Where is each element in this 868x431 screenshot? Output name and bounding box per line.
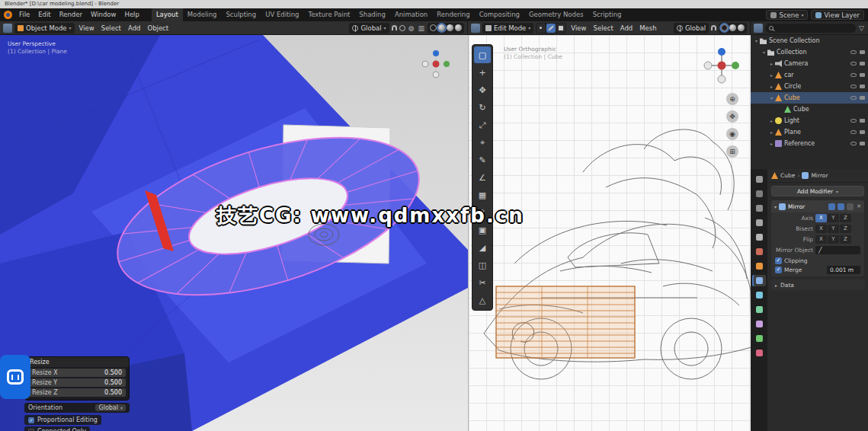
navigation-gizmo[interactable] <box>419 47 453 81</box>
wireframe-shading-icon[interactable] <box>721 24 728 31</box>
disclosure-arrow[interactable]: ▾ <box>761 49 767 55</box>
overlays-icon[interactable]: ◍ <box>408 23 415 34</box>
properties-tab-object[interactable] <box>752 260 766 272</box>
tool-scale[interactable]: ⤢ <box>474 117 491 133</box>
operator-panel-title[interactable]: Resize <box>25 357 129 367</box>
modifier-name-field[interactable]: Mirror <box>788 203 826 210</box>
display-edit-toggle[interactable] <box>828 203 835 210</box>
menu-select[interactable]: Select <box>591 24 616 32</box>
display-render-toggle[interactable] <box>847 203 854 210</box>
properties-tab-constraints[interactable] <box>752 318 766 330</box>
resize-y-field[interactable]: Resize Y 0.500 <box>28 378 126 387</box>
scene-selector[interactable]: Scene ▾ <box>766 10 808 20</box>
filter-icon[interactable]: ▽ <box>858 23 865 34</box>
outliner-row[interactable]: ▸ Reference <box>751 138 868 149</box>
outliner-row-selected[interactable]: ▾ Cube <box>751 92 868 104</box>
eyedropper-icon[interactable]: ╱ <box>818 247 822 254</box>
disable-render-icon[interactable] <box>860 73 865 77</box>
disable-render-icon[interactable] <box>860 62 865 65</box>
menu-mesh[interactable]: Mesh <box>637 24 658 32</box>
workspace-tab-geometry-nodes[interactable]: Geometry Nodes <box>524 8 588 21</box>
hide-viewport-icon[interactable] <box>850 85 857 88</box>
disclosure-arrow[interactable]: ▸ <box>768 129 775 135</box>
solid-shading-icon[interactable] <box>438 24 445 31</box>
disclosure-arrow[interactable]: ▸ <box>768 118 775 123</box>
hide-viewport-icon[interactable] <box>850 119 857 123</box>
hide-viewport-icon[interactable] <box>850 73 857 77</box>
properties-tab-material[interactable] <box>752 347 766 359</box>
tool-poly-build[interactable]: △ <box>474 292 491 308</box>
vertex-mode-button[interactable] <box>536 24 546 33</box>
workspace-tab-rendering[interactable]: Rendering <box>432 8 474 21</box>
breadcrumb-modifier[interactable]: Mirror <box>811 172 828 179</box>
outliner-search-input[interactable] <box>765 24 856 33</box>
menu-object[interactable]: Object <box>145 24 171 32</box>
snap-magnet-icon[interactable] <box>392 25 397 30</box>
menu-add[interactable]: Add <box>618 24 635 32</box>
merge-checkbox[interactable]: ✓ <box>775 267 782 273</box>
pan-icon[interactable]: ✥ <box>726 110 738 123</box>
outliner-row[interactable]: Cube <box>751 104 868 115</box>
remove-modifier-button[interactable]: ✕ <box>856 203 861 209</box>
menu-view[interactable]: View <box>569 24 588 32</box>
mode-dropdown[interactable]: Edit Mode ▾ <box>482 23 533 34</box>
disable-render-icon[interactable] <box>860 50 865 54</box>
menu-render[interactable]: Render <box>56 9 86 21</box>
outliner-row[interactable]: ▸ Plane <box>751 126 868 138</box>
zoom-icon[interactable]: ⊕ <box>726 93 738 105</box>
hide-viewport-icon[interactable] <box>850 62 857 65</box>
view-layer-selector[interactable]: View Layer <box>811 10 864 20</box>
navigation-gizmo[interactable] <box>700 44 743 87</box>
outliner-row[interactable]: ▸ car <box>751 69 868 81</box>
right-viewport[interactable]: ▢ + ✥ ↻ ⤢ ⌖ ✎ ∠ ▦ ⇧ ▣ ◢ ◫ ✂ △ User Ortho… <box>468 35 751 431</box>
tool-annotate[interactable]: ✎ <box>474 152 491 168</box>
properties-tab-scene[interactable] <box>752 231 766 243</box>
disable-render-icon[interactable] <box>860 142 865 145</box>
properties-tab-view-layer[interactable] <box>752 217 766 228</box>
material-shading-icon[interactable] <box>447 24 453 31</box>
outliner-row[interactable]: ▸ Light <box>751 115 868 126</box>
merge-threshold-field[interactable]: 0.001 m <box>827 266 860 274</box>
face-mode-button[interactable] <box>556 24 565 33</box>
hide-viewport-icon[interactable] <box>850 96 857 100</box>
properties-tab-physics[interactable] <box>752 304 766 315</box>
disclosure-arrow[interactable]: ▸ <box>768 141 775 146</box>
tool-move[interactable]: ✥ <box>474 81 491 98</box>
outliner-row[interactable]: ▾ Scene Collection <box>751 35 868 46</box>
resize-z-field[interactable]: Resize Z 0.500 <box>28 388 126 397</box>
editor-type-icon[interactable] <box>3 24 12 33</box>
disable-render-icon[interactable] <box>860 96 865 100</box>
disclosure-arrow[interactable]: ▸ <box>768 61 775 66</box>
menu-add[interactable]: Add <box>126 24 143 32</box>
flip-y-button[interactable]: Y <box>828 235 839 244</box>
tool-add-cube[interactable]: ▦ <box>474 187 491 203</box>
bisect-z-button[interactable]: Z <box>840 225 851 233</box>
workspace-tab-scripting[interactable]: Scripting <box>588 8 626 21</box>
menu-view[interactable]: View <box>77 24 97 32</box>
workspace-tab-uv-editing[interactable]: UV Editing <box>261 8 303 21</box>
menu-edit[interactable]: Edit <box>34 9 54 21</box>
flip-z-button[interactable]: Z <box>840 235 851 244</box>
outliner-editor-icon[interactable] <box>754 24 763 33</box>
ortho-toggle-icon[interactable]: ⊞ <box>726 145 738 158</box>
hide-viewport-icon[interactable] <box>850 130 857 134</box>
outliner-row[interactable]: ▾ Collection <box>751 46 868 58</box>
workspace-tab-modeling[interactable]: Modeling <box>183 8 222 21</box>
tool-knife[interactable]: ✂ <box>474 274 491 291</box>
disable-render-icon[interactable] <box>860 130 865 134</box>
properties-tab-particles[interactable] <box>752 289 766 301</box>
clipping-checkbox[interactable]: ✓ <box>775 257 782 264</box>
workspace-tab-texture-paint[interactable]: Texture Paint <box>304 8 355 21</box>
axis-x-button[interactable]: X <box>815 214 827 222</box>
blender-logo-icon[interactable] <box>4 11 12 19</box>
mode-dropdown[interactable]: Object Mode ▾ <box>14 23 75 34</box>
mirror-object-field[interactable]: ╱ <box>815 246 860 254</box>
transform-orientation-dropdown[interactable]: Global <box>674 23 709 34</box>
proportional-editing-option[interactable]: ✓ Proportional Editing <box>24 415 101 425</box>
tool-bevel[interactable]: ◢ <box>474 239 491 256</box>
wireframe-shading-icon[interactable] <box>430 24 437 31</box>
workspace-tab-shading[interactable]: Shading <box>354 8 390 21</box>
menu-window[interactable]: Window <box>87 9 120 21</box>
properties-tab-modifiers[interactable] <box>752 275 766 286</box>
tool-select-box[interactable]: ▢ <box>474 46 491 63</box>
